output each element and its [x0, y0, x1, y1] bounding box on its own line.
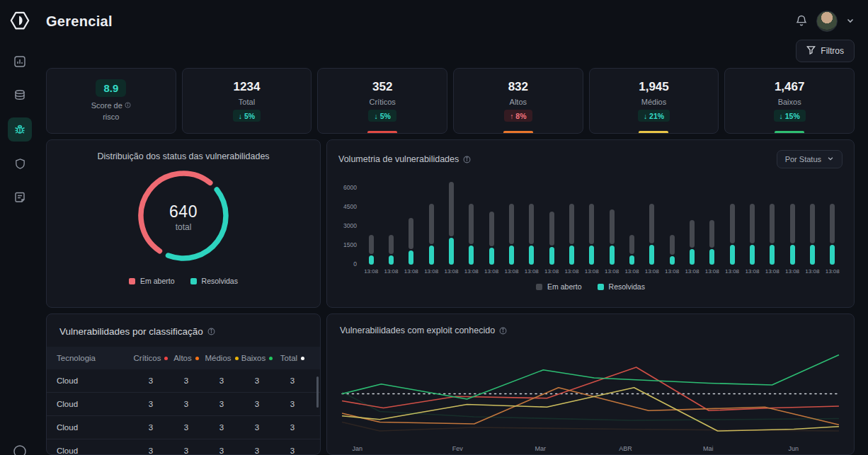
bar-column[interactable]: [542, 212, 561, 265]
info-icon[interactable]: [499, 327, 507, 335]
nav-assets-button[interactable]: [8, 83, 32, 108]
bar-column[interactable]: [682, 220, 702, 265]
x-axis-labels: 13:0813:0813:0813:0813:0813:0813:0813:08…: [361, 268, 843, 275]
bar-column[interactable]: [361, 235, 381, 265]
nav-reports-button[interactable]: [8, 185, 32, 209]
month-label: Mar: [535, 445, 546, 452]
filters-button[interactable]: Filtros: [796, 40, 855, 62]
bar-column[interactable]: [742, 204, 762, 265]
bar-column[interactable]: [662, 235, 682, 265]
bar-segment-em-aberto: [790, 204, 795, 243]
bar-segment-em-aberto: [389, 235, 394, 255]
stat-card-score[interactable]: 8.9 Score de risco: [46, 68, 176, 134]
bar-column[interactable]: [622, 235, 641, 265]
table-cell: 3: [133, 400, 169, 408]
nav-vulnerabilities-button[interactable]: [8, 117, 32, 142]
bar-column[interactable]: [501, 204, 521, 265]
table-row[interactable]: Cloud33333: [47, 439, 320, 455]
stat-label: Total: [239, 98, 255, 106]
classification-header: Vulnerabilidades por classificação: [47, 314, 320, 347]
legend-item-resolved[interactable]: Resolvidas: [190, 277, 238, 285]
x-tick-label: 13:08: [602, 268, 622, 275]
stat-card-criticos[interactable]: 352 Críticos ↓ 5%: [317, 68, 447, 134]
notifications-bell-icon[interactable]: [795, 14, 808, 29]
bar-segment-em-aberto: [589, 204, 594, 244]
middle-row: Distribuição dos status das vulnerabilid…: [46, 139, 855, 308]
stat-card-altos[interactable]: 832 Altos ↑ 8%: [453, 68, 583, 134]
bar-column[interactable]: [462, 204, 481, 265]
table-cell: 3: [275, 400, 310, 408]
stat-card-total[interactable]: 1234 Total ↓ 5%: [182, 68, 312, 134]
bar-column[interactable]: [763, 204, 782, 265]
y-tick-label: 4500: [343, 203, 357, 210]
bar-segment-resolvidas: [389, 255, 394, 265]
volumetry-header: Volumetria de vulnerabilidades Por Statu…: [338, 150, 843, 168]
bar-column[interactable]: [642, 204, 662, 265]
info-icon[interactable]: [207, 328, 215, 335]
bar-column[interactable]: [722, 204, 742, 265]
stat-card-medios[interactable]: 1,945 Médios ↓ 21%: [589, 68, 719, 134]
x-tick-label: 13:08: [782, 268, 802, 275]
status-filter-dropdown[interactable]: Por Status: [777, 150, 843, 168]
bar-column[interactable]: [481, 212, 501, 265]
table-header-row: TecnologiaCríticosAltosMédiosBaixosTotal: [47, 347, 320, 369]
column-header-Críticos[interactable]: Críticos: [133, 354, 169, 362]
volumetry-plot[interactable]: 01500300045006000: [338, 181, 843, 265]
legend-item-open[interactable]: Em aberto: [536, 282, 581, 291]
trend-badge: ↓ 5%: [233, 110, 261, 122]
bar-segment-resolvidas: [750, 245, 755, 265]
legend-swatch: [190, 278, 197, 284]
column-header-Total[interactable]: Total: [275, 354, 310, 362]
bar-column[interactable]: [802, 204, 822, 265]
bar-column[interactable]: [602, 209, 622, 265]
trend-badge: ↓ 21%: [638, 110, 670, 122]
bar-segment-em-aberto: [409, 218, 413, 249]
y-tick-label: 0: [353, 260, 357, 267]
column-header-Médios[interactable]: Médios: [204, 354, 239, 362]
stats-row: 8.9 Score de risco 1234 Total ↓ 5% 352 C…: [46, 68, 855, 134]
bar-column[interactable]: [582, 204, 602, 265]
legend-swatch: [598, 284, 604, 290]
brand-logo-icon[interactable]: [9, 10, 30, 31]
column-header-Tecnologia[interactable]: Tecnologia: [57, 354, 133, 362]
nav-dashboard-button[interactable]: [8, 50, 32, 74]
bar-column[interactable]: [421, 204, 441, 265]
table-row[interactable]: Cloud33333: [47, 393, 320, 416]
table-body: Cloud33333Cloud33333Cloud33333Cloud33333…: [47, 369, 320, 455]
table-row[interactable]: Cloud33333: [47, 416, 320, 439]
nav-security-button[interactable]: [8, 151, 32, 175]
month-labels: JanFevMarABRMaiJun: [340, 445, 841, 455]
bar-column[interactable]: [782, 204, 802, 265]
risk-score-label: Score de risco: [91, 100, 131, 123]
help-icon[interactable]: [13, 444, 27, 455]
bar-column[interactable]: [823, 204, 843, 265]
info-icon[interactable]: [125, 102, 131, 108]
chevron-down-icon[interactable]: [846, 16, 855, 27]
user-avatar[interactable]: [816, 11, 838, 32]
x-tick-label: 13:08: [823, 268, 843, 275]
column-header-Baixos[interactable]: Baixos: [239, 354, 275, 362]
table-scrollbar[interactable]: [316, 376, 319, 408]
stat-card-baixos[interactable]: 1,467 Baixos ↓ 15%: [724, 68, 855, 134]
bar-column[interactable]: [702, 220, 722, 265]
bar-segment-em-aberto: [469, 204, 474, 244]
exploit-line-chart[interactable]: JanFevMarABRMaiJun: [340, 342, 841, 455]
bar-column[interactable]: [381, 235, 401, 265]
bar-column[interactable]: [522, 204, 542, 265]
bar-column[interactable]: [441, 182, 461, 265]
table-row[interactable]: Cloud33333: [47, 369, 320, 393]
status-donut-chart[interactable]: 640 total: [130, 163, 236, 271]
volumetry-card: Volumetria de vulnerabilidades Por Statu…: [326, 139, 855, 308]
x-tick-label: 13:08: [361, 268, 381, 275]
legend-item-resolved[interactable]: Resolvidas: [598, 282, 645, 291]
line-series-criticos: [342, 367, 839, 410]
info-icon[interactable]: [463, 156, 471, 163]
bar-column[interactable]: [401, 218, 421, 265]
y-tick-label: 3000: [343, 222, 357, 229]
bar-column[interactable]: [561, 204, 581, 265]
legend-item-open[interactable]: Em aberto: [129, 277, 174, 285]
column-header-Altos[interactable]: Altos: [169, 354, 204, 362]
bar-segment-em-aberto: [529, 204, 534, 244]
table-cell: 3: [239, 376, 275, 385]
x-tick-label: 13:08: [481, 268, 501, 275]
